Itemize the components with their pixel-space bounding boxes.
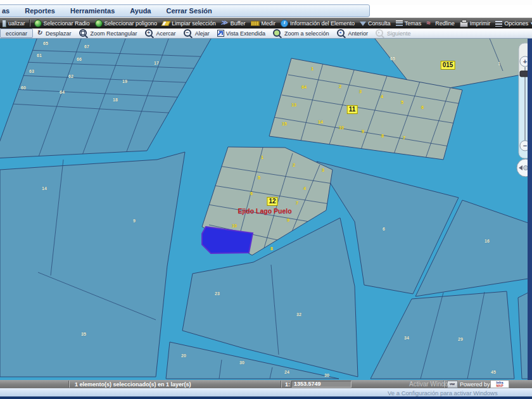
toolbar-button-alejar[interactable]: Alejar [180,28,213,39]
toolbar-button-label: Zoom a selección [284,30,329,37]
toolbar-button-limpiar-seleccion[interactable]: Limpiar selección [160,18,218,28]
status-bar: 1 elemento(s) seleccionado(s) en 1 layer… [0,380,532,388]
footer-strip [0,388,532,396]
map-partial-icon [3,20,6,27]
toolbar-secondary: eccionarDesplazarZoom RectangularAcercar… [0,28,532,39]
toolbar-button-imprimir[interactable]: Imprimir [457,18,493,28]
pan-hand-icon [37,30,44,37]
minus-icon: − [523,142,527,149]
toolbar-button-label: Siguiente [387,30,411,37]
zoom-rect-icon [79,29,87,37]
view-next-icon [376,29,383,37]
toolbar-button-siguiente[interactable]: Siguiente [372,28,415,39]
toolbar-separator [29,20,30,27]
toolbar-button-label: Medir [262,20,276,27]
status-icon [447,381,458,388]
toolbar-button-label: eccionar [6,30,27,37]
toolbar-button-medir[interactable]: Medir [248,18,279,28]
toolbar-button-informacion-del-elemento[interactable]: Información del Elemento [278,18,357,28]
toolbar-button-redline[interactable]: Redline [424,18,457,28]
toolbar-button-seleccionar[interactable]: eccionar [0,28,33,38]
info-icon [281,20,288,27]
menu-item-ayuda[interactable]: Ayuda [130,7,151,15]
eraser-icon [161,21,171,26]
toolbar-button-label: ualizar [8,20,25,27]
selection-status-text: 1 elemento(s) seleccionado(s) en 1 layer… [75,381,191,388]
scale-label: 1: [285,381,290,388]
zoom-out-icon [184,29,191,37]
extent-icon [217,30,224,37]
toolbar-button-label: Buffer [231,20,246,27]
globe-green-icon [34,20,42,27]
toolbar-button-zoom-a-seleccion[interactable]: Zoom a selección [269,28,333,39]
map-canvas[interactable]: + − [0,39,528,380]
layers-icon [396,20,403,26]
toolbar-button-label: Información del Elemento [290,20,355,27]
globe-green-icon [95,20,103,27]
toolbar-button-desplazar[interactable]: Desplazar [33,28,75,39]
buffer-icon [221,20,229,27]
toolbar-button-label: Imprimir [470,20,491,27]
parcel-left[interactable] [0,152,185,377]
status-separator [443,381,445,388]
printer-icon [460,22,468,27]
menu-bar: asReportesHerramientasAyudaCerrar Sesión [0,4,370,17]
toolbar-button-label: Alejar [195,30,210,37]
toolbar-button-label: Desplazar [46,30,72,37]
toolbar-button-seleccionar-radio[interactable]: Seleccionar Radio [32,18,92,28]
map-right-strip [528,39,532,380]
toolbar-button-acercar[interactable]: Acercar [141,28,180,39]
toolbar-button-consulta[interactable]: Consulta [357,18,393,28]
toolbar-button-label: Seleccionar poligono [104,20,158,27]
funnel-icon [360,22,366,26]
menu-item-reportes[interactable]: Reportes [25,7,55,15]
toolbar-button-label: Vista Extendida [226,30,265,37]
menu-item-menu-partial[interactable]: as [2,7,10,15]
scale-input[interactable]: 1353.5749 [291,381,352,388]
menu-item-herramientas[interactable]: Herramientas [70,7,115,15]
toolbar-button-opciones[interactable]: Opciones▾ [493,18,532,28]
vendor-logo[interactable]: Infra MAP [490,380,509,388]
toolbar-button-temas[interactable]: Temas [393,18,424,28]
menu-item-cerrar-sesion[interactable]: Cerrar Sesión [166,7,212,15]
redline-icon [426,20,433,27]
zoom-in-icon [145,29,153,37]
powered-by-text: Powered by [460,381,490,388]
toolbar-button-vista-extendida[interactable]: Vista Extendida [213,28,269,39]
toolbar-button-anterior[interactable]: Anterior [333,28,372,39]
toolbar-button-label: Consulta [368,20,391,27]
toolbar-button-label: Anterior [348,30,369,37]
toolbar-button-seleccionar-poligono[interactable]: Seleccionar poligono [92,18,160,28]
toolbar-button-label: Opciones [504,20,528,27]
toolbar-button-zoom-rectangular[interactable]: Zoom Rectangular [75,28,141,39]
view-previous-icon [337,29,345,37]
status-separator [68,381,70,388]
zoom-selection-icon [273,29,281,37]
vendor-logo-line2: MAP [491,384,509,388]
status-separator [281,381,282,388]
toolbar-button-label: Acercar [156,30,176,37]
toolbar-button-buffer[interactable]: Buffer [218,18,248,28]
toolbar-primary: ualizarSeleccionar RadioSeleccionar poli… [0,18,532,28]
toolbar-button-label: Zoom Rectangular [91,30,137,37]
toolbar-button-label: Seleccionar Radio [44,20,90,27]
map-viewport[interactable]: + − 0151112Ejido Lago Puelo1642345613151… [0,39,532,380]
toolbar-button-label: Redline [435,20,455,27]
toolbar-button-label: Temas [405,20,422,27]
footer-navy-bar [0,396,532,399]
ruler-icon [251,21,260,26]
toolbar-button-visualizar-partial[interactable]: ualizar [0,18,28,28]
options-icon [495,21,502,27]
toolbar-button-label: Limpiar selección [172,20,216,27]
plus-icon: + [523,58,527,65]
